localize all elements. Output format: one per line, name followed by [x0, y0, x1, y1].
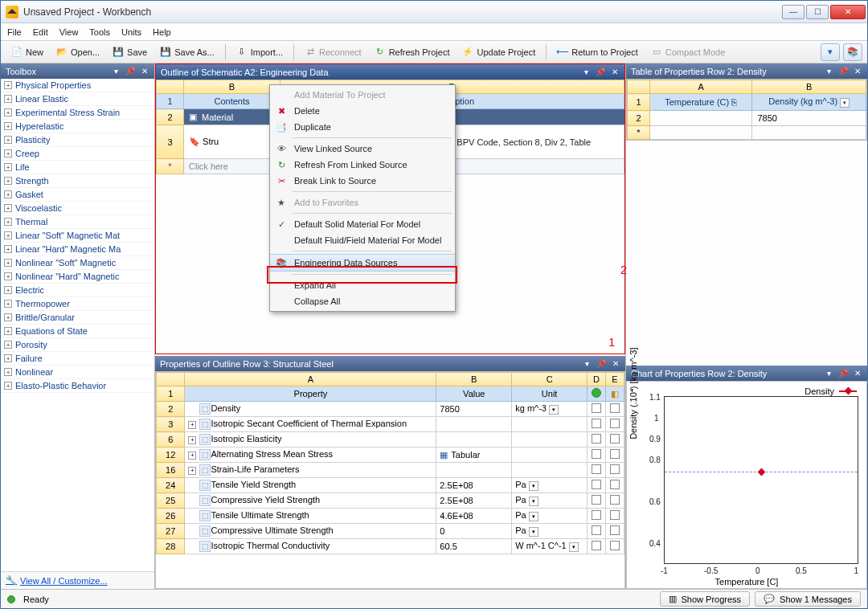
refresh-project-button[interactable]: ↻Refresh Project [369, 44, 456, 60]
toolbox-tree[interactable]: +Physical Properties+Linear Elastic+Expe… [1, 79, 154, 571]
dropdown-icon[interactable]: ▾ [549, 405, 559, 415]
checkbox[interactable] [610, 541, 620, 550]
context-menu-item[interactable]: ↻Refresh From Linked Source [270, 157, 455, 173]
expand-icon[interactable]: + [4, 204, 12, 212]
pane-close-icon[interactable]: ✕ [610, 67, 620, 77]
expand-icon[interactable]: + [4, 95, 12, 103]
property-unit-cell[interactable] [512, 463, 588, 478]
dropdown-icon[interactable]: ▾ [529, 481, 538, 491]
pane-dropdown-icon[interactable]: ▾ [582, 359, 592, 369]
context-menu[interactable]: Add Material To Project✖Delete📑Duplicate… [269, 84, 456, 312]
close-button[interactable]: ✕ [830, 5, 866, 19]
expand-icon[interactable]: + [4, 259, 12, 267]
property-name-cell[interactable]: ⬚Tensile Yield Strength [185, 478, 436, 493]
compact-button[interactable]: ▭Compact Mode [645, 44, 731, 60]
pane-close-icon[interactable]: ✕ [853, 67, 862, 76]
pane-dropdown-icon[interactable]: ▾ [824, 67, 833, 76]
property-value-cell[interactable]: 2.5E+08 [436, 478, 512, 493]
menu-units[interactable]: Units [121, 27, 141, 37]
menu-edit[interactable]: Edit [33, 27, 48, 37]
dropdown-icon[interactable]: ▾ [529, 497, 538, 506]
expand-icon[interactable]: + [4, 177, 12, 185]
property-unit-cell[interactable] [512, 432, 588, 448]
property-unit-cell[interactable]: Pa ▾ [512, 509, 588, 524]
expand-icon[interactable]: + [4, 81, 12, 89]
expand-icon[interactable]: + [4, 231, 12, 239]
data-sources-button[interactable]: 📚 [843, 43, 862, 61]
toolbox-viewall-link[interactable]: 🔧 View All / Customize... [1, 571, 154, 589]
saveas-button[interactable]: 💾Save As... [154, 44, 220, 60]
density-value-cell[interactable]: 7850 [752, 111, 866, 126]
expand-icon[interactable]: + [4, 341, 12, 349]
pane-dropdown-icon[interactable]: ▾ [824, 369, 833, 378]
pane-pin-icon[interactable]: 📌 [838, 369, 848, 378]
checkbox[interactable] [610, 480, 620, 489]
expand-icon[interactable]: + [4, 149, 12, 157]
material-name-cell[interactable]: 🔖 Stru [184, 125, 280, 159]
toolbox-category[interactable]: +Elasto-Plastic Behavior [1, 379, 154, 393]
checkbox[interactable] [592, 541, 601, 550]
property-unit-cell[interactable]: Pa ▾ [512, 493, 588, 509]
property-name-cell[interactable]: +⬚Strain-Life Parameters [185, 463, 436, 478]
toolbox-category[interactable]: +Strength [1, 174, 154, 188]
dropdown-icon[interactable]: ▾ [529, 527, 538, 537]
checkbox[interactable] [610, 464, 620, 474]
pane-pin-icon[interactable]: 📌 [596, 359, 606, 369]
property-name-cell[interactable]: ⬚Density [185, 402, 436, 417]
toolbox-category[interactable]: +Linear "Soft" Magnetic Mat [1, 229, 154, 243]
expand-icon[interactable]: + [4, 122, 12, 130]
contents-header[interactable]: Contents [184, 94, 280, 109]
context-menu-item[interactable]: ✂Break Link to Source [270, 173, 455, 189]
property-unit-cell[interactable]: W m^-1 C^-1 ▾ [512, 539, 588, 554]
expand-icon[interactable]: + [188, 436, 196, 444]
toolbox-category[interactable]: +Hyperelastic [1, 120, 154, 133]
checkbox[interactable] [592, 525, 601, 535]
context-menu-item[interactable]: 📑Duplicate [270, 119, 455, 135]
expand-icon[interactable]: + [4, 136, 12, 144]
context-menu-item[interactable]: Expand All [270, 277, 455, 293]
expand-icon[interactable]: + [4, 190, 12, 198]
checkbox[interactable] [610, 510, 620, 520]
toolbox-category[interactable]: +Nonlinear [1, 366, 154, 379]
properties-grid[interactable]: A B C D E 1 Property Value Unit ◧ [155, 371, 625, 589]
pane-pin-icon[interactable]: 📌 [596, 67, 605, 77]
import-button[interactable]: ⇩Import... [231, 44, 289, 60]
property-name-cell[interactable]: +⬚Alternating Stress Mean Stress [185, 448, 436, 463]
expand-icon[interactable]: + [4, 354, 12, 362]
property-value-cell[interactable] [436, 463, 512, 478]
toolbox-category[interactable]: +Experimental Stress Strain [1, 106, 154, 120]
property-value-cell[interactable]: 7850 [436, 402, 512, 417]
expand-icon[interactable]: + [4, 368, 12, 376]
filter-button[interactable]: ▾ [821, 43, 840, 61]
checkbox[interactable] [610, 419, 620, 428]
property-value-cell[interactable] [436, 432, 512, 448]
toolbox-category[interactable]: +Life [1, 161, 154, 174]
property-value-cell[interactable]: ▦Tabular [436, 448, 512, 463]
property-name-cell[interactable]: ⬚Compressive Ultimate Strength [185, 524, 436, 539]
property-unit-cell[interactable] [512, 448, 588, 463]
context-menu-item[interactable]: ✖Delete [270, 103, 455, 119]
toolbox-category[interactable]: +Failure [1, 352, 154, 366]
property-value-cell[interactable]: 0 [436, 524, 512, 539]
pane-close-icon[interactable]: ✕ [611, 359, 620, 369]
expand-icon[interactable]: + [4, 286, 12, 294]
pane-pin-icon[interactable]: 📌 [125, 67, 135, 76]
checkbox[interactable] [592, 464, 601, 474]
property-unit-cell[interactable]: Pa ▾ [512, 524, 588, 539]
pane-close-icon[interactable]: ✕ [853, 369, 862, 378]
toolbox-category[interactable]: +Thermal [1, 215, 154, 229]
new-button[interactable]: 📄New [6, 44, 49, 60]
checkbox[interactable] [592, 434, 601, 443]
expand-icon[interactable]: + [188, 452, 196, 460]
property-name-cell[interactable]: ⬚Tensile Ultimate Strength [185, 509, 436, 524]
property-unit-cell[interactable] [512, 417, 588, 432]
expand-icon[interactable]: + [4, 272, 12, 280]
checkbox[interactable] [610, 525, 620, 535]
context-menu-item[interactable]: Collapse All [270, 293, 455, 309]
expand-icon[interactable]: + [4, 108, 12, 116]
dropdown-icon[interactable]: ▾ [529, 512, 538, 521]
menu-help[interactable]: Help [153, 27, 171, 37]
menu-file[interactable]: File [7, 27, 22, 37]
checkbox[interactable] [610, 449, 620, 459]
pane-pin-icon[interactable]: 📌 [838, 67, 848, 76]
